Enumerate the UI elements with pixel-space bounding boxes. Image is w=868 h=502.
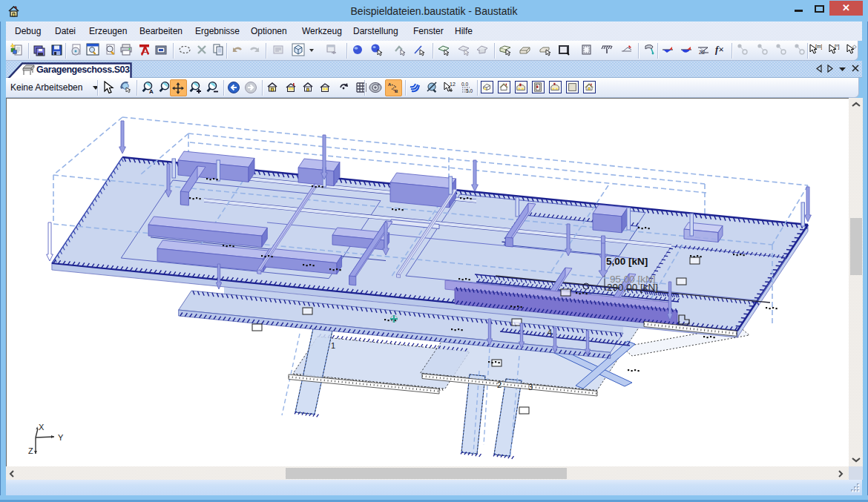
svg-text:◇: ◇ (852, 44, 857, 49)
svg-text:Z2: Z2 (699, 50, 705, 55)
svg-text:290,00 [kN]: 290,00 [kN] (607, 282, 658, 293)
svg-text:4: 4 (548, 328, 552, 337)
svg-text:5.0: 5.0 (466, 88, 473, 93)
svg-text:1: 1 (331, 341, 335, 350)
svg-text:12: 12 (450, 82, 456, 87)
svg-text:A: A (149, 88, 154, 94)
svg-text:Z: Z (28, 446, 33, 455)
svg-text:Y: Y (58, 433, 64, 442)
svg-text:0.0: 0.0 (461, 82, 468, 87)
svg-text:X: X (39, 423, 45, 432)
svg-text:2: 2 (497, 380, 502, 389)
svg-text:[º]: [º] (835, 44, 840, 50)
svg-text:3: 3 (528, 383, 533, 392)
svg-text:[m]: [m] (815, 44, 822, 50)
svg-text:B: B (395, 89, 398, 93)
svg-text:A: A (388, 82, 392, 87)
svg-text:5,00 [kN]: 5,00 [kN] (606, 256, 648, 267)
svg-text:f×: f× (715, 44, 724, 55)
